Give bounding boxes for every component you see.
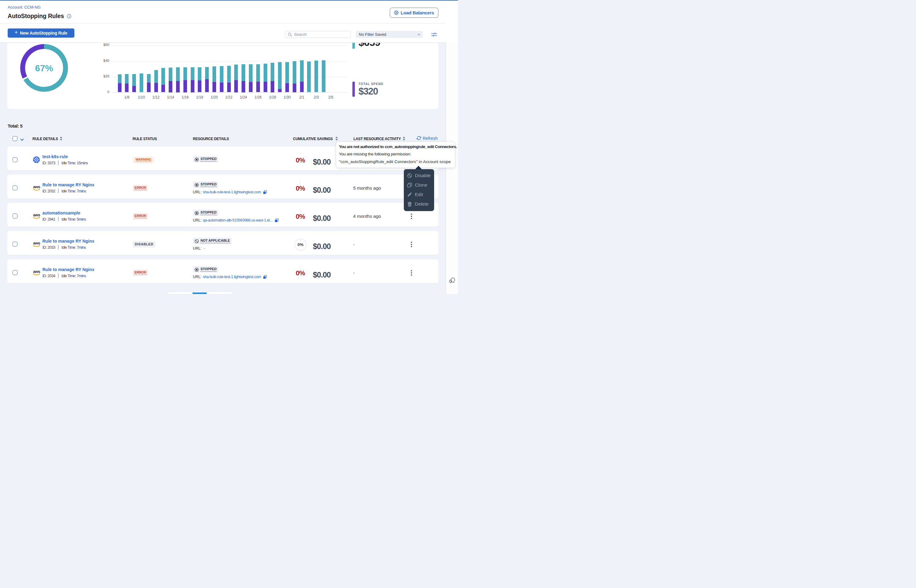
svg-text:67%: 67% <box>35 63 53 73</box>
svg-text:aws: aws <box>33 269 40 274</box>
svg-text:aws: aws <box>33 184 40 189</box>
svg-text:aws: aws <box>33 213 40 217</box>
svg-text:aws: aws <box>33 241 40 246</box>
